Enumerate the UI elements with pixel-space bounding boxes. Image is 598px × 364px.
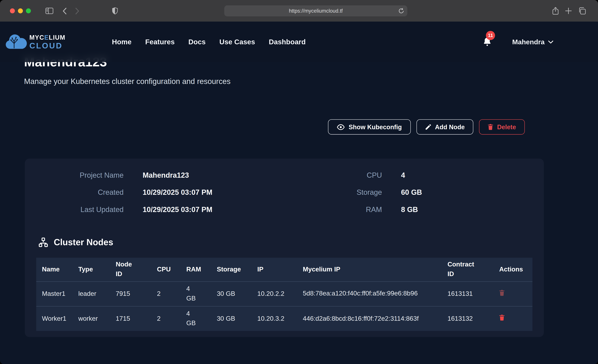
page-subtitle: Manage your Kubernetes cluster configura… — [24, 77, 231, 86]
brand-logo[interactable]: MYCELIUM CLOUD — [5, 33, 65, 50]
cell-ram: 4 GB — [186, 306, 217, 331]
mycelium-cloud-logo-icon — [5, 33, 27, 50]
nav-item-dashboard[interactable]: Dashboard — [269, 38, 306, 46]
cell-mycelium-ip: 446:d2a6:8bcd:8c16:ff0f:72e2:3114:863f — [303, 306, 448, 331]
col-header-cpu: CPU — [157, 258, 186, 281]
brand-wordmark: MYCELIUM CLOUD — [29, 34, 65, 50]
cell-node-id: 7915 — [116, 281, 157, 306]
show-kubeconfig-button[interactable]: Show Kubeconfig — [328, 119, 411, 134]
browser-toolbar: https://myceliumcloud.tf — [0, 0, 598, 22]
browser-window: https://myceliumcloud.tf — [0, 0, 598, 364]
forward-button-icon[interactable] — [75, 8, 79, 14]
new-tab-icon[interactable] — [565, 8, 572, 14]
share-icon[interactable] — [552, 7, 559, 15]
cell-actions — [499, 306, 532, 331]
network-icon — [38, 237, 49, 247]
cell-ip: 10.20.2.2 — [257, 281, 303, 306]
sidebar-toggle-icon[interactable] — [45, 8, 53, 14]
ram-value: 8 GB — [401, 206, 544, 214]
table-header-row: Name Type Node ID CPU RAM Storage IP Myc… — [36, 258, 532, 281]
nav-item-features[interactable]: Features — [145, 38, 174, 46]
ram-label: RAM — [284, 206, 382, 214]
storage-value: 60 GB — [401, 188, 544, 197]
col-header-node-id: Node ID — [116, 258, 157, 281]
cell-contract-id: 1613131 — [448, 281, 499, 306]
traffic-lights — [10, 8, 31, 13]
cell-ip: 10.20.3.2 — [257, 306, 303, 331]
cpu-value: 4 — [401, 171, 544, 180]
back-button-icon[interactable] — [63, 8, 67, 14]
nav-item-use-cases[interactable]: Use Cases — [219, 38, 255, 46]
cluster-nodes-heading: Cluster Nodes — [38, 237, 113, 247]
col-header-ip: IP — [257, 258, 303, 281]
cell-name: Master1 — [36, 281, 78, 306]
cluster-details-grid: Project NameMahendra123 Created10/29/202… — [25, 159, 544, 223]
privacy-shield-icon[interactable] — [112, 7, 118, 15]
pencil-icon — [425, 124, 431, 130]
delete-node-button[interactable] — [499, 290, 505, 296]
notifications-button[interactable]: 11 — [483, 37, 492, 47]
cell-name: Worker1 — [36, 306, 78, 331]
close-window-button[interactable] — [10, 8, 15, 13]
cpu-label: CPU — [284, 171, 382, 180]
nav-item-home[interactable]: Home — [112, 38, 132, 46]
user-menu[interactable]: Mahendra — [512, 38, 553, 46]
top-navbar: MYCELIUM CLOUD Home Features Docs Use Ca… — [0, 22, 598, 62]
cell-type: leader — [78, 281, 116, 306]
tab-overview-icon[interactable] — [578, 7, 586, 15]
cell-contract-id: 1613132 — [448, 306, 499, 331]
storage-label: Storage — [284, 188, 382, 197]
minimize-window-button[interactable] — [18, 8, 23, 13]
col-header-contract-id: Contract ID — [448, 258, 499, 281]
nav-menu: Home Features Docs Use Cases Dashboard — [112, 38, 306, 46]
address-bar-url: https://myceliumcloud.tf — [289, 8, 343, 14]
table-row-master1: Master1 leader 7915 2 4 GB 30 GB 10.20.2… — [36, 281, 532, 306]
address-bar[interactable]: https://myceliumcloud.tf — [224, 5, 407, 17]
chevron-down-icon — [548, 40, 553, 44]
cell-storage: 30 GB — [217, 281, 257, 306]
col-header-ram: RAM — [186, 258, 217, 281]
col-header-name: Name — [36, 258, 78, 281]
cluster-details-panel: Project NameMahendra123 Created10/29/202… — [25, 159, 544, 337]
cell-node-id: 1715 — [116, 306, 157, 331]
zoom-window-button[interactable] — [26, 8, 31, 13]
trash-icon — [488, 124, 493, 130]
cell-storage: 30 GB — [217, 306, 257, 331]
brand-e-accent: E — [44, 34, 49, 41]
cell-actions — [499, 281, 532, 306]
reload-icon[interactable] — [399, 8, 404, 14]
last-updated-value: 10/29/2025 03:07 PM — [142, 206, 284, 214]
col-header-storage: Storage — [217, 258, 257, 281]
cell-ram: 4 GB — [186, 281, 217, 306]
created-value: 10/29/2025 03:07 PM — [142, 188, 284, 197]
project-name-value: Mahendra123 — [142, 171, 284, 180]
notification-count-badge: 11 — [486, 31, 495, 40]
delete-node-button[interactable] — [499, 314, 505, 321]
cluster-actions: Show Kubeconfig Add Node Delete — [328, 119, 525, 134]
table-row-worker1: Worker1 worker 1715 2 4 GB 30 GB 10.20.3… — [36, 306, 532, 331]
cell-cpu: 2 — [157, 281, 186, 306]
col-header-actions: Actions — [499, 258, 532, 281]
last-updated-label: Last Updated — [25, 206, 124, 214]
page-content: Mahendra123 Manage your Kubernetes clust… — [0, 22, 598, 364]
cell-mycelium-ip: 5d8:78ea:a120:f40c:ff0f:a5fe:99e6:8b96 — [303, 281, 448, 306]
created-label: Created — [25, 188, 124, 197]
add-node-button[interactable]: Add Node — [416, 119, 473, 134]
cluster-nodes-table: Name Type Node ID CPU RAM Storage IP Myc… — [36, 258, 532, 331]
nav-item-docs[interactable]: Docs — [188, 38, 206, 46]
project-name-label: Project Name — [25, 171, 124, 180]
user-name: Mahendra — [512, 38, 545, 46]
cell-type: worker — [78, 306, 116, 331]
col-header-mycelium-ip: Mycelium IP — [303, 258, 448, 281]
cell-cpu: 2 — [157, 306, 186, 331]
col-header-type: Type — [78, 258, 116, 281]
delete-cluster-button[interactable]: Delete — [479, 119, 525, 134]
eye-icon — [337, 124, 345, 130]
